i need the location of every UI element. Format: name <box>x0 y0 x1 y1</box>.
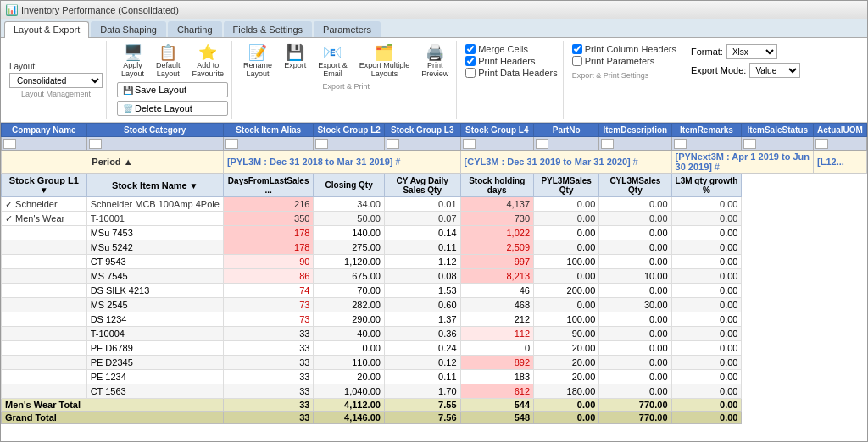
avg-daily-val: 0.12 <box>384 356 460 370</box>
closing-val: 290.00 <box>314 312 384 327</box>
filter-10[interactable]: … <box>742 137 814 151</box>
col-stock-group-l2[interactable]: Stock Group L2 <box>314 124 384 137</box>
default-layout-btn[interactable]: 📋 DefaultLayout <box>152 42 185 80</box>
growth-val: 0.00 <box>671 212 742 226</box>
ribbon: Layout & Export Data Shaping Charting Fi… <box>1 19 867 123</box>
table-row: CT 1563 33 1,040.00 1.70 612 180.00 0.00… <box>2 384 867 399</box>
tab-data-shaping[interactable]: Data Shaping <box>91 21 166 37</box>
closing-val: 675.00 <box>314 269 384 284</box>
tab-layout-export[interactable]: Layout & Export <box>4 21 89 38</box>
avg-daily-val: 0.11 <box>384 240 460 255</box>
col-stock-category[interactable]: Stock Category <box>86 124 223 137</box>
col-h-stockitemname[interactable]: Stock Item Name ▼ <box>86 174 223 197</box>
layout-select[interactable]: Consolidated <box>9 73 103 88</box>
pyl3m-val: 100.00 <box>534 255 599 269</box>
subtotal-avg: 7.55 <box>384 399 460 412</box>
holding-val: 468 <box>460 298 533 312</box>
col-h-stockgroupl1[interactable]: Stock Group L1 ▼ <box>2 174 87 197</box>
avg-daily-val: 1.70 <box>384 384 460 399</box>
cyl3m-val: 0.00 <box>599 284 671 298</box>
growth-val: 0.00 <box>671 197 742 212</box>
pyl3m-val: 200.00 <box>534 284 599 298</box>
closing-val: 70.00 <box>314 284 384 298</box>
filter-1[interactable]: … <box>2 137 87 151</box>
cyl3m-val: 0.00 <box>599 370 671 384</box>
export-mode-select[interactable]: Value <box>749 63 800 78</box>
group-label <box>2 226 87 240</box>
export-email-btn[interactable]: 📧 Export &Email <box>314 42 352 80</box>
col-stock-item-alias[interactable]: Stock Item Alias <box>223 124 314 137</box>
days-val: 216 <box>223 197 314 212</box>
item-name: T-10004 <box>86 327 223 341</box>
item-name: MS 7545 <box>86 269 223 284</box>
growth-val: 0.00 <box>671 240 742 255</box>
cyl3m-val: 0.00 <box>599 384 671 399</box>
app-icon: 📊 <box>6 4 18 16</box>
col-actualuom[interactable]: ActualUOM <box>814 124 867 137</box>
print-headers-checkbox[interactable]: Print Headers <box>465 56 558 66</box>
filter-2[interactable]: … <box>86 137 223 151</box>
col-h-avgdaily[interactable]: CY Avg Daily Sales Qty <box>384 174 460 197</box>
tab-fields-settings[interactable]: Fields & Settings <box>224 21 313 37</box>
days-val: 33 <box>223 356 314 370</box>
export-multiple-icon: 🗂️ <box>375 45 393 60</box>
save-layout-btn[interactable]: 💾 Save Layout <box>117 82 228 97</box>
export-btn[interactable]: 💾 Export <box>280 42 310 72</box>
filter-3[interactable]: … <box>223 137 314 151</box>
item-name: DS SILK 4213 <box>86 284 223 298</box>
subtotal-pyl3m: 0.00 <box>534 399 599 412</box>
filter-9[interactable]: … <box>671 137 742 151</box>
col-h-holdingdays[interactable]: Stock holding days <box>460 174 533 197</box>
col-headers-row: Stock Group L1 ▼ Stock Item Name ▼ DaysF… <box>2 174 867 197</box>
col-partno[interactable]: PartNo <box>534 124 599 137</box>
merge-cells-checkbox[interactable]: Merge Cells <box>465 44 558 54</box>
col-h-closingqty[interactable]: Closing Qty <box>314 174 384 197</box>
item-name: Schneider MCB 100Amp 4Pole <box>86 197 223 212</box>
col-company-name[interactable]: Company Name <box>2 124 87 137</box>
col-stock-group-l4[interactable]: Stock Group L4 <box>460 124 533 137</box>
table-row: PE D6789 33 0.00 0.24 0 20.00 0.00 0.00 <box>2 341 867 356</box>
add-to-favourite-btn[interactable]: ⭐ Add toFavourite <box>188 42 229 80</box>
pyl3m-val: 100.00 <box>534 312 599 327</box>
subtotal-days: 33 <box>223 399 314 412</box>
growth-val: 0.00 <box>671 255 742 269</box>
filter-11[interactable]: … <box>814 137 867 151</box>
col-stock-group-l3[interactable]: Stock Group L3 <box>384 124 460 137</box>
delete-layout-btn[interactable]: 🗑️ Delete Layout <box>117 101 228 116</box>
apply-layout-icon: 🖥️ <box>124 45 142 60</box>
print-params-checkbox[interactable]: Print Parameters <box>572 56 676 66</box>
layout-btns-row1: 🖥️ ApplyLayout 📋 DefaultLayout ⭐ Add toF… <box>117 42 228 80</box>
period-label[interactable]: Period ▲ <box>2 151 224 174</box>
days-val: 33 <box>223 341 314 356</box>
filter-5[interactable]: … <box>384 137 460 151</box>
filter-7[interactable]: … <box>534 137 599 151</box>
table-container[interactable]: Company Name Stock Category Stock Item A… <box>1 123 867 441</box>
days-val: 350 <box>223 212 314 226</box>
tab-charting[interactable]: Charting <box>168 21 222 37</box>
col-itemsalestatus[interactable]: ItemSaleStatus <box>742 124 814 137</box>
group-label <box>2 327 87 341</box>
col-h-pyl3m[interactable]: PYL3MSales Qty <box>534 174 599 197</box>
filter-8[interactable]: … <box>599 137 671 151</box>
filter-4[interactable]: … <box>314 137 384 151</box>
print-data-headers-checkbox[interactable]: Print Data Headers <box>465 68 558 78</box>
pyl3m-val: 0.00 <box>534 212 599 226</box>
tab-parameters[interactable]: Parameters <box>314 21 381 37</box>
rename-layout-btn[interactable]: 📝 RenameLayout <box>239 42 276 80</box>
col-h-cyl3m[interactable]: CYL3MSales Qty <box>599 174 671 197</box>
col-h-l3mgrowth[interactable]: L3M qty growth % <box>671 174 742 197</box>
favourite-icon: ⭐ <box>198 45 217 60</box>
filter-6[interactable]: … <box>460 137 533 151</box>
print-preview-btn[interactable]: 🖨️ PrintPreview <box>417 42 453 80</box>
growth-val: 0.00 <box>671 384 742 399</box>
days-val: 90 <box>223 255 314 269</box>
col-itemdescription[interactable]: ItemDescription <box>599 124 671 137</box>
print-col-headers-checkbox[interactable]: Print Column Headers <box>572 44 676 54</box>
grandtotal-pyl3m: 0.00 <box>534 412 599 424</box>
export-multiple-btn[interactable]: 🗂️ Export MultipleLayouts <box>355 42 415 80</box>
col-itemremarks[interactable]: ItemRemarks <box>671 124 742 137</box>
apply-layout-btn[interactable]: 🖥️ ApplyLayout <box>117 42 148 80</box>
format-select[interactable]: Xlsx <box>726 44 777 59</box>
col-h-daysfromlast[interactable]: DaysFromLastSales ... <box>223 174 314 197</box>
table-row: PE 1234 33 20.00 0.11 183 20.00 0.00 0.0… <box>2 370 867 384</box>
